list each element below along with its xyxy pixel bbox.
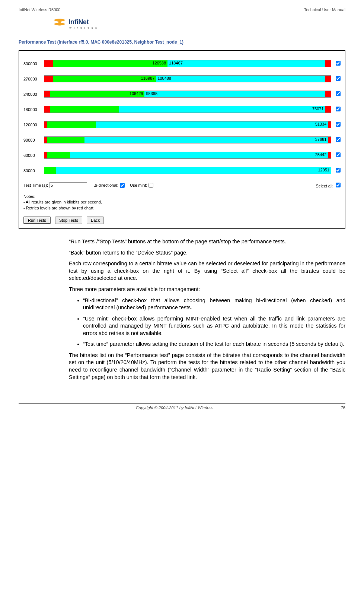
logo: InfiNet w i r e l e s s <box>52 16 345 34</box>
paragraph: Three more parameters are available for … <box>69 286 345 293</box>
svg-text:w i r e l e s s: w i r e l e s s <box>69 26 98 29</box>
bar-label: 90000 <box>23 138 44 142</box>
bar-value-2: 95365 <box>146 91 157 96</box>
paragraph: Each row corresponding to a certain bitr… <box>69 260 345 282</box>
paragraph: “Run Tests”/”Stop Tests” buttons at the … <box>69 238 345 246</box>
bar-track: 126538118467 <box>44 60 331 67</box>
bidirectional-checkbox[interactable] <box>120 183 125 188</box>
page-header: InfiNet Wireless R5000 Technical User Ma… <box>19 7 345 12</box>
bar-row: 1200005614951334 <box>23 121 341 128</box>
bar-row: 1800008054575071 <box>23 106 341 113</box>
bar-value-1: 116987 <box>141 76 155 80</box>
bar-value-2: 118467 <box>169 61 183 65</box>
bar-row: 300000126538118467 <box>23 60 341 67</box>
bar-row: 24000010642995365 <box>23 91 341 98</box>
notes-line2: - Retries levels are shown by red chart. <box>23 205 341 211</box>
bar-track: 4246837661 <box>44 136 331 143</box>
controls-row: Test Time (s): Bi-directional: Use mint:… <box>23 182 341 188</box>
row-checkbox[interactable] <box>336 91 341 96</box>
back-button[interactable]: Back <box>87 217 104 224</box>
bar-label: 30000 <box>23 168 44 173</box>
test-time-input[interactable] <box>50 182 87 188</box>
body-text: “Run Tests”/”Stop Tests” buttons at the … <box>69 238 345 381</box>
notes-block: Notes: - All results are given in kilobi… <box>23 194 341 211</box>
bar-label: 240000 <box>23 92 44 97</box>
bar-track: 10642995365 <box>44 91 331 98</box>
bar-track: 1365412951 <box>44 167 331 174</box>
run-tests-button[interactable]: Run Tests <box>23 217 51 224</box>
row-checkbox[interactable] <box>336 122 341 127</box>
footer-copyright: Copyright © 2004-2011 by InfiNet Wireles… <box>19 405 331 410</box>
bar-track: 8054575071 <box>44 106 331 113</box>
bar-label: 60000 <box>23 153 44 158</box>
chart-title: Performance Test (Interface rf5.0, MAC 0… <box>19 40 345 45</box>
bar-value-1: 126538 <box>152 61 166 65</box>
row-checkbox[interactable] <box>336 137 341 142</box>
svg-text:InfiNet: InfiNet <box>68 18 89 26</box>
header-left: InfiNet Wireless R5000 <box>19 7 61 12</box>
notes-heading: Notes: <box>23 194 341 199</box>
header-right: Technical User Manual <box>304 7 345 12</box>
row-checkbox[interactable] <box>336 168 341 173</box>
bar-row: 600002795825442 <box>23 152 341 159</box>
bidirectional-label: Bi-directional: <box>93 183 118 187</box>
select-all-label: Select all: <box>316 184 333 188</box>
list-item: “Test time” parameter allows setting the… <box>83 341 345 348</box>
bar-value-2: 75071 <box>312 107 324 111</box>
paragraph: The bitrates list on the “Performance te… <box>69 352 345 381</box>
test-time-label: Test Time (s): <box>23 183 48 187</box>
bar-label: 270000 <box>23 77 44 81</box>
select-all-checkbox[interactable] <box>336 183 341 187</box>
bar-label: 300000 <box>23 61 44 66</box>
bar-track: 116987108488 <box>44 75 331 82</box>
notes-line1: - All results are given in kilobits per … <box>23 199 341 205</box>
bar-value-2: 25442 <box>315 152 327 157</box>
row-checkbox[interactable] <box>336 152 341 157</box>
list-item: “Bi-directional” check-box that allows c… <box>83 297 345 312</box>
use-mint-checkbox[interactable] <box>149 183 153 188</box>
bar-value-2: 37661 <box>315 137 327 142</box>
bar-value-2: 12951 <box>318 168 329 172</box>
stop-tests-button[interactable]: Stop Tests <box>55 217 82 224</box>
svg-point-0 <box>58 21 61 23</box>
bar-row: 900004246837661 <box>23 136 341 143</box>
row-checkbox[interactable] <box>336 107 341 111</box>
paragraph: “Back” button returns to the “Device Sta… <box>69 249 345 257</box>
button-row: Run Tests Stop Tests Back <box>23 217 341 224</box>
bar-row: 270000116987108488 <box>23 75 341 82</box>
row-checkbox[interactable] <box>336 61 341 66</box>
use-mint-label: Use mint: <box>130 183 147 187</box>
bar-label: 120000 <box>23 123 44 127</box>
bar-value-1: 106429 <box>130 91 143 96</box>
footer-page-number: 76 <box>331 405 345 410</box>
row-checkbox[interactable] <box>336 76 341 81</box>
performance-chart: 3000001265381184672700001169871084882400… <box>19 50 345 229</box>
footer: Copyright © 2004-2011 by InfiNet Wireles… <box>19 403 345 410</box>
bar-track: 5614951334 <box>44 121 331 128</box>
bar-value-2: 51334 <box>315 122 327 126</box>
bar-value-2: 108488 <box>157 76 171 80</box>
bar-row: 300001365412951 <box>23 167 341 174</box>
bar-track: 2795825442 <box>44 152 331 159</box>
bar-label: 180000 <box>23 107 44 112</box>
list-item: “Use mint” check-box allows performing M… <box>83 315 345 337</box>
